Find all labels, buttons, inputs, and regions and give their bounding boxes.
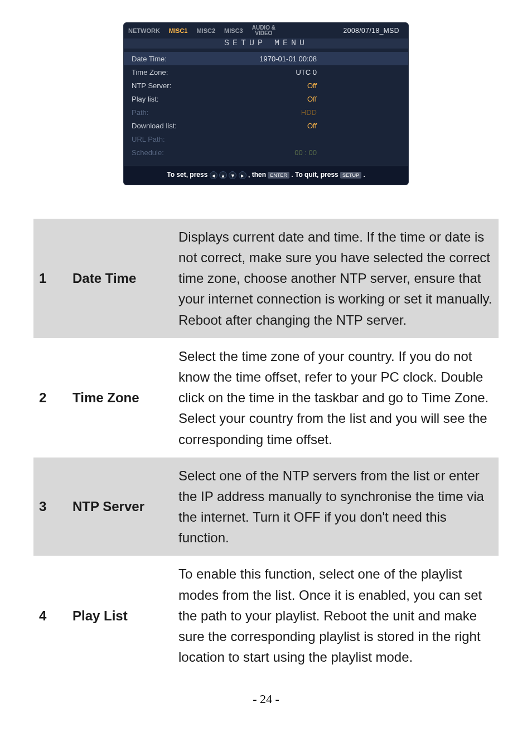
value-play-list: Off — [215, 95, 400, 103]
arrow-right-icon: ► — [239, 171, 246, 179]
row-schedule: Schedule: 00 : 00 — [132, 146, 400, 159]
item-name: Play List — [67, 556, 173, 675]
label-ntp-server: NTP Server: — [132, 81, 215, 90]
tab-misc3[interactable]: MISC3 — [220, 27, 248, 34]
tab-bar: NETWORK MISC1 MISC2 MISC3 AUDIO & VIDEO … — [124, 23, 408, 38]
value-path: HDD — [215, 108, 400, 117]
tab-misc1[interactable]: MISC1 — [165, 27, 192, 34]
item-text: Select the time zone of your country. If… — [173, 338, 499, 458]
setup-menu-title: SETUP MENU — [124, 38, 408, 49]
item-name: Date Time — [67, 219, 173, 338]
footer-tail1: . To quit, press — [291, 171, 340, 179]
footer-hint: To set, press ◄ ▲ ▼ ► , then ENTER . To … — [124, 166, 408, 185]
enter-key-badge: ENTER — [268, 172, 289, 179]
table-row: 4 Play List To enable this function, sel… — [33, 556, 499, 675]
value-download-list: Off — [215, 122, 400, 130]
label-schedule: Schedule: — [132, 148, 215, 157]
item-text: Displays current date and time. If the t… — [173, 219, 499, 338]
item-name: Time Zone — [67, 338, 173, 458]
value-schedule: 00 : 00 — [215, 148, 400, 157]
description-table: 1 Date Time Displays current date and ti… — [33, 219, 499, 676]
row-time-zone[interactable]: Time Zone: UTC 0 — [132, 65, 400, 79]
header-date: 2008/07/18_MSD — [339, 27, 404, 35]
row-date-time[interactable]: Date Time: 1970-01-01 00:08 — [124, 52, 408, 65]
tab-network[interactable]: NETWORK — [124, 27, 165, 34]
value-date-time: 1970-01-01 00:08 — [215, 55, 400, 63]
item-name: NTP Server — [67, 458, 173, 556]
label-date-time: Date Time: — [132, 55, 215, 63]
label-play-list: Play list: — [132, 95, 215, 103]
table-row: 2 Time Zone Select the time zone of your… — [33, 338, 499, 458]
label-path: Path: — [132, 108, 215, 117]
row-url-path: URL Path: — [132, 132, 400, 146]
tab-audio-video[interactable]: AUDIO & VIDEO — [248, 25, 280, 36]
footer-prefix: To set, press — [167, 171, 209, 179]
item-number: 1 — [33, 219, 67, 338]
item-text: Select one of the NTP servers from the l… — [173, 458, 499, 556]
footer-tail2: . — [363, 171, 365, 179]
label-time-zone: Time Zone: — [132, 68, 215, 76]
value-time-zone: UTC 0 — [215, 68, 400, 76]
item-number: 4 — [33, 556, 67, 675]
row-ntp-server[interactable]: NTP Server: Off — [132, 79, 400, 92]
page-number: - 24 - — [33, 692, 499, 706]
value-ntp-server: Off — [215, 81, 400, 90]
table-row: 1 Date Time Displays current date and ti… — [33, 219, 499, 338]
item-number: 3 — [33, 458, 67, 556]
row-play-list[interactable]: Play list: Off — [132, 92, 400, 105]
arrow-up-icon: ▲ — [219, 171, 227, 179]
tab-misc2[interactable]: MISC2 — [192, 27, 220, 34]
item-number: 2 — [33, 338, 67, 458]
label-url-path: URL Path: — [132, 135, 215, 143]
row-path: Path: HDD — [132, 105, 400, 119]
arrow-down-icon: ▼ — [229, 171, 236, 179]
table-row: 3 NTP Server Select one of the NTP serve… — [33, 458, 499, 556]
setup-key-badge: SETUP — [340, 172, 361, 179]
footer-mid: , then — [248, 171, 268, 179]
menu-body: Date Time: 1970-01-01 00:08 Time Zone: U… — [124, 49, 408, 166]
item-text: To enable this function, select one of t… — [173, 556, 499, 675]
label-download-list: Download list: — [132, 122, 215, 130]
arrow-left-icon: ◄ — [210, 171, 217, 179]
setup-menu-screenshot: NETWORK MISC1 MISC2 MISC3 AUDIO & VIDEO … — [123, 22, 409, 185]
row-download-list[interactable]: Download list: Off — [132, 119, 400, 132]
